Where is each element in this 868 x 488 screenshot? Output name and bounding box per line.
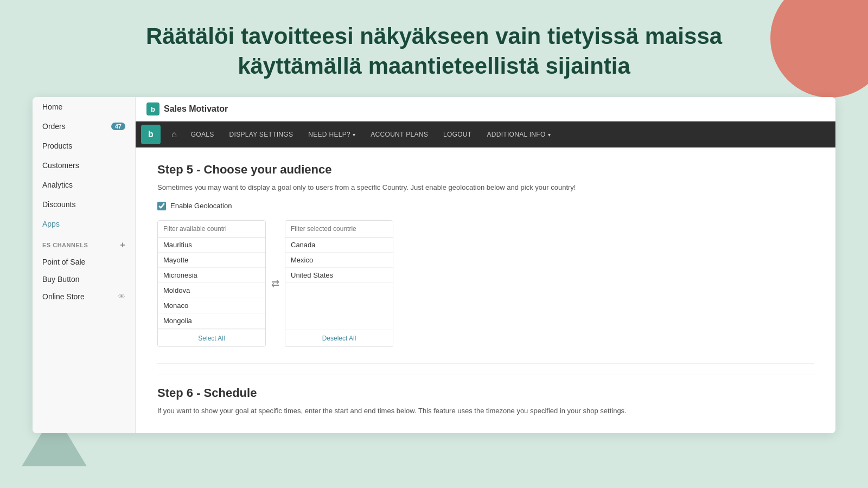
list-item[interactable]: Micronesia xyxy=(158,268,265,283)
geolocation-row: Enable Geolocation xyxy=(157,202,814,210)
list-item[interactable]: Monaco xyxy=(158,298,265,313)
step5-section: Step 5 - Choose your audience Sometimes … xyxy=(157,163,814,347)
hero-heading: Räätälöi tavoitteesi näkyäkseen vain tie… xyxy=(0,0,868,97)
sidebar-item-home[interactable]: Home xyxy=(33,97,135,117)
transfer-icon: ⇄ xyxy=(266,220,285,347)
orders-badge: 47 xyxy=(111,123,125,130)
app-title: b Sales Motivator xyxy=(146,102,228,115)
sidebar-item-apps[interactable]: Apps xyxy=(33,214,135,234)
step5-title: Step 5 - Choose your audience xyxy=(157,163,814,177)
sidebar-item-customers[interactable]: Customers xyxy=(33,156,135,175)
app-container: Home Orders 47 Products Customers Analyt… xyxy=(33,97,835,433)
step6-section: Step 6 - Schedule If you want to show yo… xyxy=(157,375,814,416)
selected-countries-list: Canada Mexico United States xyxy=(285,237,393,330)
nav-logo: b xyxy=(141,125,161,144)
hero-title: Räätälöi tavoitteesi näkyäkseen vain tie… xyxy=(54,22,814,81)
geolocation-checkbox[interactable] xyxy=(157,202,166,210)
nav-item-need-help[interactable]: NEED HELP? ▾ xyxy=(301,124,363,145)
step5-description: Sometimes you may want to display a goal… xyxy=(157,182,814,193)
section-divider xyxy=(157,363,814,364)
sidebar-item-online-store[interactable]: Online Store 👁 xyxy=(33,288,135,305)
additional-info-chevron: ▾ xyxy=(548,132,551,138)
nav-item-account-plans[interactable]: ACCOUNT PLANS xyxy=(363,124,436,145)
list-item[interactable]: United States xyxy=(285,268,393,283)
deselect-all-button[interactable]: Deselect All xyxy=(285,330,393,346)
list-item[interactable]: Mayotte xyxy=(158,253,265,268)
list-item[interactable]: Mongolia xyxy=(158,313,265,329)
sidebar: Home Orders 47 Products Customers Analyt… xyxy=(33,97,136,433)
available-countries-list: Mauritius Mayotte Micronesia Moldova Mon… xyxy=(158,237,265,330)
list-item[interactable]: Moldova xyxy=(158,283,265,298)
sidebar-item-orders[interactable]: Orders 47 xyxy=(33,117,135,136)
sidebar-section-channels: ES CHANNELS + xyxy=(33,234,135,253)
home-nav-icon[interactable]: ⌂ xyxy=(165,124,183,145)
filter-available-input[interactable] xyxy=(158,221,265,237)
eye-icon: 👁 xyxy=(118,292,125,301)
step6-description: If you want to show your goal at specifi… xyxy=(157,406,814,416)
content-area: Step 5 - Choose your audience Sometimes … xyxy=(136,147,835,433)
add-channel-icon[interactable]: + xyxy=(120,240,125,250)
sidebar-item-buy-button[interactable]: Buy Button xyxy=(33,271,135,288)
list-item[interactable]: Canada xyxy=(285,237,393,253)
nav-item-display-settings[interactable]: DISPLAY SETTINGS xyxy=(222,124,301,145)
need-help-chevron: ▾ xyxy=(353,132,355,138)
app-header: b Sales Motivator xyxy=(136,97,835,121)
available-countries-container: Mauritius Mayotte Micronesia Moldova Mon… xyxy=(157,220,266,347)
filter-selected-input[interactable] xyxy=(285,221,393,237)
app-logo: b xyxy=(146,102,159,115)
sidebar-item-point-of-sale[interactable]: Point of Sale xyxy=(33,253,135,271)
nav-bar: b ⌂ GOALS DISPLAY SETTINGS NEED HELP? ▾ … xyxy=(136,121,835,147)
nav-item-logout[interactable]: LOGOUT xyxy=(436,124,479,145)
selected-countries-container: Canada Mexico United States Deselect All xyxy=(285,220,393,347)
main-content: b Sales Motivator b ⌂ GOALS DISPLAY SETT… xyxy=(136,97,835,433)
sidebar-item-discounts[interactable]: Discounts xyxy=(33,195,135,214)
nav-item-goals[interactable]: GOALS xyxy=(183,124,222,145)
list-item[interactable]: Mauritius xyxy=(158,237,265,253)
country-selectors: Mauritius Mayotte Micronesia Moldova Mon… xyxy=(157,220,814,347)
list-item[interactable]: Mexico xyxy=(285,253,393,268)
sidebar-item-products[interactable]: Products xyxy=(33,136,135,156)
nav-item-additional-info[interactable]: ADDITIONAL INFO ▾ xyxy=(479,124,558,145)
select-all-button[interactable]: Select All xyxy=(158,330,265,346)
step6-title: Step 6 - Schedule xyxy=(157,386,814,400)
geolocation-label[interactable]: Enable Geolocation xyxy=(170,202,232,210)
sidebar-item-analytics[interactable]: Analytics xyxy=(33,175,135,195)
